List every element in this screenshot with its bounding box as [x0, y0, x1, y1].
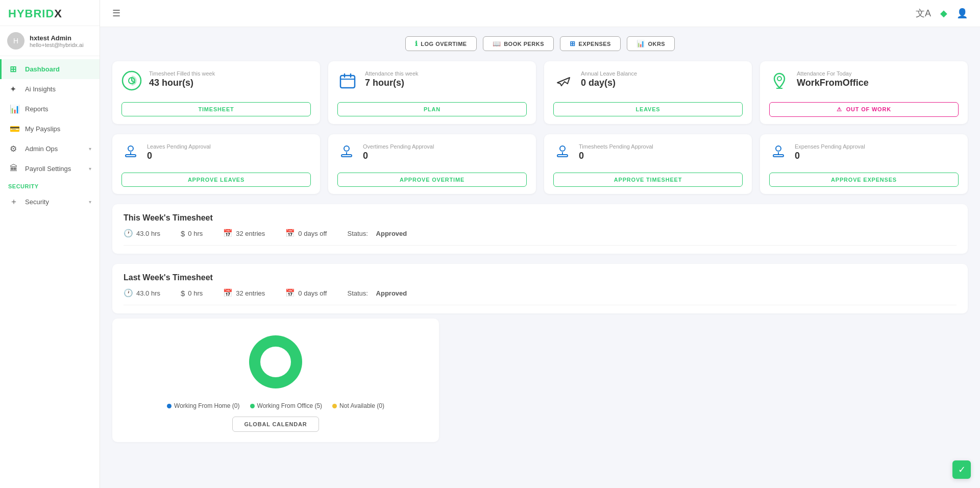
this-week-hours: 🕐 43.0 hrs: [124, 229, 160, 238]
last-week-hours: 🕐 43.0 hrs: [124, 288, 160, 298]
overtime-pending-value: 0: [363, 151, 434, 161]
expenses-button[interactable]: ⊞ EXPENSES: [560, 36, 621, 51]
svg-point-10: [128, 146, 133, 151]
donut-chart: [242, 329, 309, 395]
book-icon: 📖: [493, 40, 501, 47]
attendance-today-value: WorkFromOffice: [797, 78, 869, 88]
okrs-button[interactable]: 📊 OKRS: [627, 36, 675, 51]
approval-cards-grid: Leaves Pending Approval 0 APPROVE LEAVES…: [100, 129, 980, 199]
sidebar-item-my-payslips[interactable]: 💳 My Payslips: [0, 119, 100, 139]
svg-rect-20: [773, 155, 783, 157]
approve-timesheet-card: Timesheets Pending Approval 0 APPROVE TI…: [544, 134, 752, 194]
attendance-chart-section: Working From Home (0) Working From Offic…: [112, 319, 439, 442]
approve-overtime-button[interactable]: APPROVE OVERTIME: [337, 173, 527, 187]
wfh-dot: [167, 404, 172, 408]
leaves-card-label: Annual Leave Balance: [581, 70, 637, 77]
sidebar-item-ai-insights[interactable]: ✦ Ai Insights: [0, 79, 100, 99]
wfo-label: Working From Office (5): [257, 402, 323, 409]
this-week-entries: 📅 32 entries: [223, 229, 265, 238]
approve-expenses-card: Expenses Pending Approval 0 APPROVE EXPE…: [760, 134, 968, 194]
approve-expenses-button[interactable]: APPROVE EXPENSES: [769, 173, 959, 187]
log-overtime-button[interactable]: ℹ LOG OVERTIME: [405, 36, 477, 51]
security-icon: ＋: [10, 197, 20, 207]
sidebar-item-dashboard[interactable]: ⊞ Dashboard: [0, 59, 100, 79]
sidebar-item-payroll-settings[interactable]: 🏛 Payroll Settings ▾: [0, 159, 100, 178]
payroll-settings-icon: 🏛: [10, 164, 20, 173]
overtime-pending-icon: [337, 143, 356, 165]
wifi-icon[interactable]: ◆: [940, 8, 947, 19]
approve-timesheet-button[interactable]: APPROVE TIMESHEET: [553, 173, 743, 187]
out-of-work-button[interactable]: ⚠ OUT OF WORK: [769, 102, 959, 117]
overtime-pending-label: Overtimes Pending Approval: [363, 143, 434, 150]
svg-rect-17: [557, 155, 568, 157]
attendance-card: Attendance this week 7 hour(s) PLAN: [328, 61, 536, 124]
chart-legend: Working From Home (0) Working From Offic…: [167, 402, 384, 409]
quick-actions-bar: ℹ LOG OVERTIME 📖 BOOK PERKS ⊞ EXPENSES 📊…: [100, 27, 980, 56]
calendar-daysoff-icon: 📅: [285, 288, 295, 298]
leaves-button[interactable]: LEAVES: [553, 102, 743, 116]
timesheet-pending-value: 0: [579, 151, 653, 161]
topbar-left: ☰: [112, 8, 120, 19]
warning-icon: ⚠: [837, 106, 842, 112]
admin-ops-icon: ⚙: [10, 144, 20, 154]
svg-rect-11: [126, 155, 136, 157]
chevron-down-icon: ▾: [89, 146, 91, 152]
this-week-timesheet: This Week's Timesheet 🕐 43.0 hrs $ 0 hrs…: [112, 204, 968, 254]
leaves-card-value: 0 day(s): [581, 78, 637, 88]
svg-point-16: [560, 146, 565, 151]
last-week-status: Status: Approved: [347, 289, 407, 297]
sidebar-item-label: Admin Ops: [25, 145, 84, 153]
leaves-card: Annual Leave Balance 0 day(s) LEAVES: [544, 61, 752, 124]
sidebar-item-security[interactable]: ＋ Security ▾: [0, 191, 100, 212]
logo-area: HYBRIDX: [0, 0, 100, 26]
sidebar-item-admin-ops[interactable]: ⚙ Admin Ops ▾: [0, 139, 100, 159]
topbar-right: 文A ◆ 👤: [916, 7, 968, 19]
last-week-entries: 📅 32 entries: [223, 288, 265, 298]
na-label: Not Available (0): [339, 402, 384, 409]
last-week-timesheet: Last Week's Timesheet 🕐 43.0 hrs $ 0 hrs…: [112, 264, 968, 313]
user-account-icon[interactable]: 👤: [957, 8, 968, 19]
timesheet-card-label: Timesheet Filled this week: [149, 70, 215, 77]
dashboard-icon: ⊞: [10, 64, 20, 74]
sidebar-item-label: Dashboard: [25, 65, 91, 73]
timesheet-button[interactable]: TIMESHEET: [121, 102, 311, 116]
clock-circle-icon: [121, 70, 142, 95]
dollar-icon: $: [181, 229, 185, 238]
book-perks-button[interactable]: 📖 BOOK PERKS: [483, 36, 554, 51]
grid-icon: ⊞: [570, 40, 576, 47]
attendance-today-label: Attendance For Today: [797, 70, 869, 77]
this-week-title: This Week's Timesheet: [124, 213, 957, 223]
user-email-label: hello+test@hybridx.ai: [30, 42, 84, 48]
sidebar-item-label: Security: [25, 198, 84, 206]
calendar-icon: [337, 70, 358, 95]
sidebar-item-label: My Payslips: [25, 125, 91, 133]
dollar-icon: $: [181, 289, 185, 298]
sidebar-item-label: Payroll Settings: [25, 165, 84, 173]
sidebar: HYBRIDX H hxtest Admin hello+test@hybrid…: [0, 0, 100, 488]
main-content: ☰ 文A ◆ 👤 ℹ LOG OVERTIME 📖 BOOK PERKS ⊞ E…: [100, 0, 980, 488]
global-calendar-button[interactable]: GLOBAL CALENDAR: [232, 417, 318, 432]
clock-icon: 🕐: [124, 229, 133, 238]
fab-check-button[interactable]: ✓: [952, 460, 971, 479]
bottom-row: Working From Home (0) Working From Offic…: [100, 319, 980, 452]
timesheet-pending-label: Timesheets Pending Approval: [579, 143, 653, 150]
approve-overtime-card: Overtimes Pending Approval 0 APPROVE OVE…: [328, 134, 536, 194]
approve-leaves-button[interactable]: APPROVE LEAVES: [121, 173, 311, 187]
main-nav: ⊞ Dashboard ✦ Ai Insights 📊 Reports 💳 My…: [0, 56, 100, 488]
timesheet-pending-icon: [553, 143, 572, 165]
svg-point-19: [776, 146, 781, 151]
approve-leaves-card: Leaves Pending Approval 0 APPROVE LEAVES: [112, 134, 320, 194]
plan-button[interactable]: PLAN: [337, 102, 527, 116]
legend-wfo: Working From Office (5): [250, 402, 323, 409]
security-section-label: Security: [0, 178, 100, 191]
translate-icon[interactable]: 文A: [916, 7, 931, 19]
info-icon: ℹ: [415, 40, 418, 47]
user-profile-area: H hxtest Admin hello+test@hybridx.ai: [0, 26, 100, 56]
attendance-card-value: 7 hour(s): [365, 78, 419, 88]
calendar-entries-icon: 📅: [223, 229, 233, 238]
svg-point-23: [260, 347, 291, 377]
ai-insights-icon: ✦: [10, 84, 20, 94]
sidebar-item-reports[interactable]: 📊 Reports: [0, 99, 100, 119]
menu-icon[interactable]: ☰: [112, 8, 120, 19]
legend-na: Not Available (0): [332, 402, 384, 409]
